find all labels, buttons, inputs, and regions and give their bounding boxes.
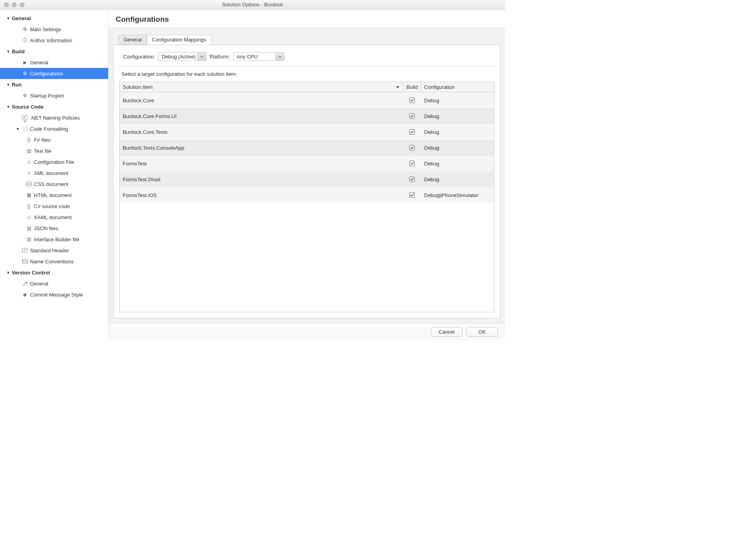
cell-configuration[interactable]: Debug bbox=[421, 113, 494, 119]
table-body: Burdock.CoreDebugBurdock.Core.Forms.UIDe… bbox=[120, 92, 494, 312]
configuration-value: Debug (Active) bbox=[162, 54, 196, 60]
window-title: Solution Options - Burdock bbox=[0, 2, 505, 8]
sidebar-item-label: General bbox=[30, 281, 48, 287]
cell-build bbox=[403, 161, 421, 167]
configuration-select[interactable]: Debug (Active) bbox=[158, 52, 206, 61]
sidebar-item[interactable]: {}C# source code bbox=[0, 201, 108, 212]
tab-general[interactable]: General bbox=[118, 35, 147, 45]
cell-solution-item: FormsTest.iOS bbox=[120, 192, 403, 198]
sidebar-section[interactable]: ▼Source Code bbox=[0, 101, 108, 112]
xml-icon: ◇ bbox=[25, 170, 32, 176]
column-solution-item[interactable]: Solution Item ▼ bbox=[120, 82, 403, 92]
sidebar-item[interactable]: ⚙Configurations bbox=[0, 68, 108, 79]
sidebar-item[interactable]: ▶General bbox=[0, 57, 108, 68]
sidebar-item-label: Commit Message Style bbox=[30, 292, 83, 298]
sidebar-item[interactable]: ⓘAuthor Information bbox=[0, 35, 108, 46]
sidebar-item-label: XML document bbox=[34, 170, 68, 176]
sidebar-item-label: JSON files bbox=[34, 225, 58, 231]
cell-configuration[interactable]: Debug bbox=[421, 98, 494, 103]
cell-configuration[interactable]: Debug bbox=[421, 161, 494, 167]
cell-configuration[interactable]: Debug|iPhoneSimulator bbox=[421, 192, 494, 198]
sidebar-item[interactable]: A-B.NET Naming Policies bbox=[0, 112, 108, 123]
chevron-down-icon bbox=[197, 53, 206, 60]
sidebar-item-label: Code Formatting bbox=[30, 126, 68, 132]
main-panel: Configurations General Configuration Map… bbox=[109, 9, 505, 340]
sidebar-item[interactable]: ◇XML document bbox=[0, 167, 108, 178]
build-checkbox[interactable] bbox=[409, 98, 415, 103]
table-row[interactable]: Burdock.Core.TestsDebug bbox=[120, 124, 494, 140]
sidebar-item-label: Configurations bbox=[30, 71, 63, 77]
platform-select[interactable]: Any CPU bbox=[233, 52, 284, 61]
build-checkbox[interactable] bbox=[409, 145, 415, 150]
sidebar-section[interactable]: ▼Run bbox=[0, 79, 108, 90]
tab-general-label: General bbox=[124, 37, 142, 43]
dialog-footer: Cancel OK bbox=[109, 323, 505, 340]
css-icon: css bbox=[25, 182, 32, 186]
close-window-button[interactable] bbox=[4, 2, 9, 7]
sidebar-item[interactable]: ⚙Main Settings bbox=[0, 24, 108, 35]
sidebar-item-label: C# source code bbox=[34, 203, 70, 209]
table-row[interactable]: Burdock.Core.Forms.UIDebug bbox=[120, 108, 494, 124]
tab-configuration-mappings[interactable]: Configuration Mappings bbox=[147, 35, 211, 45]
build-checkbox[interactable] bbox=[409, 113, 415, 119]
sidebar-section[interactable]: ▼Build bbox=[0, 46, 108, 57]
sidebar-item[interactable]: FooName Conventions bbox=[0, 256, 108, 267]
table-row[interactable]: Burdock.Tests.ConsoleAppDebug bbox=[120, 140, 494, 156]
sidebar-item[interactable]: ◇XAML document bbox=[0, 212, 108, 223]
cell-configuration[interactable]: Debug bbox=[421, 129, 494, 135]
sidebar-item[interactable]: ▤JSON files bbox=[0, 223, 108, 234]
sidebar-item-label: Startup Project bbox=[30, 93, 64, 99]
sidebar-item-label: Text file bbox=[34, 148, 51, 154]
sidebar-item[interactable]: ⚙Startup Project bbox=[0, 90, 108, 101]
gear-icon: ⚙ bbox=[21, 26, 28, 32]
gear-icon: ⚙ bbox=[21, 71, 28, 76]
cell-configuration[interactable]: Debug bbox=[421, 176, 494, 182]
foo-icon: Foo bbox=[21, 259, 28, 264]
build-checkbox[interactable] bbox=[409, 192, 415, 198]
sidebar-section[interactable]: ▼General bbox=[0, 13, 108, 24]
platform-label: Platform: bbox=[210, 54, 230, 60]
minimize-window-button[interactable] bbox=[12, 2, 17, 7]
cell-build bbox=[403, 98, 421, 103]
section-label: Run bbox=[12, 82, 22, 88]
disclosure-triangle-icon: ▼ bbox=[6, 105, 10, 109]
table-row[interactable]: Burdock.CoreDebug bbox=[120, 92, 494, 108]
build-checkbox[interactable] bbox=[409, 176, 415, 182]
disclosure-triangle-icon: ▼ bbox=[6, 270, 10, 275]
sidebar-item[interactable]: #Standard Header bbox=[0, 245, 108, 256]
ab-icon: A-B bbox=[21, 115, 28, 120]
configuration-label: Configuration: bbox=[123, 54, 155, 60]
cell-configuration[interactable]: Debug bbox=[421, 145, 494, 151]
table-row[interactable]: FormsTestDebug bbox=[120, 156, 494, 171]
sidebar-item-label: Name Conventions bbox=[30, 259, 74, 265]
sidebar-item-label: CSS document bbox=[34, 181, 68, 187]
sidebar-item[interactable]: ▦HTML document bbox=[0, 190, 108, 201]
sidebar-section[interactable]: ▼Version Control bbox=[0, 267, 108, 278]
sidebar-item-label: Standard Header bbox=[30, 248, 69, 253]
sidebar-item[interactable]: ⎇General bbox=[0, 278, 108, 289]
braces-icon: {} bbox=[25, 203, 32, 209]
column-configuration[interactable]: Configuration bbox=[421, 82, 494, 92]
build-checkbox[interactable] bbox=[409, 129, 415, 135]
sidebar-item[interactable]: cssCSS document bbox=[0, 178, 108, 190]
build-checkbox[interactable] bbox=[409, 161, 415, 166]
cell-solution-item: Burdock.Tests.ConsoleApp bbox=[120, 145, 403, 151]
ok-button[interactable]: OK bbox=[466, 327, 498, 337]
sidebar-item[interactable]: ◇Configuration File bbox=[0, 156, 108, 167]
table-row[interactable]: FormsTest.iOSDebug|iPhoneSimulator bbox=[120, 187, 494, 203]
disclosure-triangle-icon: ▼ bbox=[6, 83, 10, 87]
sidebar-item[interactable]: ▤Interface Builder file bbox=[0, 234, 108, 245]
sidebar-item[interactable]: ▼📄Code Formatting bbox=[0, 123, 108, 134]
cancel-button[interactable]: Cancel bbox=[431, 327, 462, 337]
column-build[interactable]: Build bbox=[403, 82, 421, 92]
sidebar-item[interactable]: ◉Commit Message Style bbox=[0, 289, 108, 300]
sidebar-item[interactable]: ▤Text file bbox=[0, 145, 108, 156]
hash-icon: # bbox=[21, 248, 28, 253]
zoom-window-button[interactable] bbox=[20, 2, 24, 7]
sidebar-item[interactable]: {}F# files bbox=[0, 134, 108, 145]
section-label: Version Control bbox=[12, 270, 50, 276]
page-title: Configurations bbox=[109, 9, 505, 28]
tab-bar: General Configuration Mappings bbox=[118, 35, 500, 45]
table-row[interactable]: FormsTest.DroidDebug bbox=[120, 171, 494, 187]
sidebar-item-label: Configuration File bbox=[34, 159, 74, 165]
